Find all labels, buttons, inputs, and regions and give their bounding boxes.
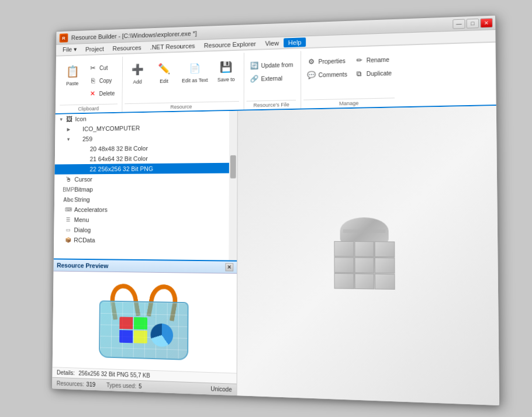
win-logo-q3: [119, 330, 133, 343]
expand-259: ▼: [65, 135, 72, 144]
main-window: R Resource Builder - [C:\Windows\explore…: [51, 15, 500, 406]
paste-button[interactable]: 📋 Paste: [60, 60, 85, 89]
expand-accelerators: ▶: [56, 206, 64, 213]
cube-cell-7: [334, 273, 354, 289]
tree-item-rcdata[interactable]: ▶ 📦 RCData: [54, 235, 237, 246]
save-to-button[interactable]: 💾 Save to: [213, 55, 239, 85]
expand-icon-root: ▼: [57, 115, 65, 123]
tree-item-22[interactable]: 22 256x256 32 Bit PNG: [55, 163, 237, 175]
tree-label-ico-mycomputer: ICO_MYCOMPUTER: [82, 124, 140, 132]
menu-net-resources[interactable]: .NET Resources: [146, 41, 199, 51]
ribbon-group-resources-file: 🔄 Update from 🔗 External Resource's File: [244, 51, 302, 109]
expand-ico-mycomputer: ▶: [65, 125, 72, 133]
scroll-thumb: [230, 155, 236, 179]
app-icon: R: [60, 33, 68, 43]
save-to-icon: 💾: [217, 58, 235, 77]
delete-button[interactable]: ✕ Delete: [85, 87, 118, 100]
edit-as-text-icon: 📄: [186, 58, 204, 77]
status-types: Types used: 5: [106, 382, 141, 390]
status-resources-label: Resources:: [57, 380, 84, 387]
rename-icon: ✏: [354, 55, 364, 65]
tree-icon-21: [80, 155, 88, 164]
properties-button[interactable]: ⚙ Properties: [303, 54, 350, 68]
win-logo-q1: [119, 317, 133, 329]
tree-label-dialog: Dialog: [74, 227, 91, 234]
external-label: External: [261, 75, 282, 82]
preview-details-label: Details:: [57, 369, 75, 376]
add-button[interactable]: ➕ Add: [125, 58, 150, 87]
duplicate-label: Duplicate: [367, 70, 392, 77]
rename-button[interactable]: ✏ Rename: [351, 53, 395, 67]
status-resources: Resources: 319: [57, 380, 96, 388]
update-from-label: Update from: [261, 61, 293, 68]
scrollbar[interactable]: [229, 111, 237, 260]
tree-item-bitmap[interactable]: ▶ BMP Bitmap: [54, 183, 237, 194]
update-from-button[interactable]: 🔄 Update from: [247, 58, 296, 72]
clipboard-buttons: 📋 Paste ✂ Cut ⎘ Copy: [60, 57, 118, 105]
add-icon: ➕: [129, 60, 146, 79]
windows-logo: [119, 317, 147, 343]
ribbon-group-manage: ⚙ Properties 💬 Comments ✏ Rename: [301, 48, 399, 109]
tree-label-cursor: Cursor: [74, 176, 92, 183]
menu-resource-explorer[interactable]: Resource Explorer: [199, 39, 260, 50]
resources-file-buttons: 🔄 Update from 🔗 External: [247, 51, 296, 101]
properties-label: Properties: [319, 57, 346, 64]
tree-icon-ico-mycomputer: [72, 124, 81, 134]
cube-grid: [334, 241, 395, 290]
edit-as-text-button[interactable]: 📄 Edit as Text: [178, 56, 212, 86]
menu-resources[interactable]: Resources: [108, 43, 146, 53]
paste-icon: 📋: [64, 62, 81, 81]
delete-icon: ✕: [88, 89, 97, 98]
tree-item-cursor[interactable]: ▶ 🖱 Cursor: [54, 173, 237, 184]
edit-button[interactable]: ✏️ Edit: [151, 57, 177, 86]
tree-item-dialog[interactable]: ▶ ▭ Dialog: [54, 225, 237, 236]
tree-item-menu[interactable]: ▶ ☰ Menu: [54, 215, 237, 225]
hat-dome: [340, 217, 389, 244]
cube-cell-6: [375, 258, 395, 273]
minimize-button[interactable]: —: [452, 19, 465, 29]
tree-item-accelerators[interactable]: ▶ ⌨ Accelerators: [54, 204, 237, 215]
tree-label-accelerators: Accelerators: [74, 206, 108, 213]
menu-help[interactable]: Help: [284, 37, 306, 47]
tree-scroll[interactable]: ▼ 🖼 Icon ▶ ICO_MYCOMPUTER ▼: [54, 111, 237, 260]
menu-project[interactable]: Project: [81, 44, 109, 54]
menu-view[interactable]: View: [261, 38, 284, 48]
properties-icon: ⚙: [306, 57, 316, 66]
main-area: ▼ 🖼 Icon ▶ ICO_MYCOMPUTER ▼: [52, 106, 499, 405]
resources-file-small-buttons: 🔄 Update from 🔗 External: [247, 54, 296, 88]
tree-label-20: 20 48x48 32 Bit Color: [90, 145, 148, 152]
cut-icon: ✂: [88, 64, 97, 73]
comments-button[interactable]: 💬 Comments: [303, 68, 350, 82]
external-icon: 🔗: [250, 74, 259, 84]
pie-chart: [150, 323, 173, 347]
cut-button[interactable]: ✂ Cut: [86, 61, 118, 75]
tree-label-icon-root: Icon: [75, 116, 86, 123]
tree-label-menu: Menu: [74, 216, 89, 223]
clipboard-small-buttons: ✂ Cut ⎘ Copy ✕ Delete: [85, 59, 118, 102]
cube-cell-5: [354, 258, 374, 273]
status-types-label: Types used:: [106, 382, 136, 390]
ribbon-group-resource: ➕ Add ✏️ Edit 📄 Edit as Text 💾: [122, 53, 244, 112]
basket-preview-icon: [93, 277, 194, 366]
preview-content: [53, 272, 237, 373]
tree-icon-menu: ☰: [64, 216, 72, 224]
cut-label: Cut: [99, 64, 108, 71]
preview-details-value: 256x256 32 Bit PNG 55,7 KB: [78, 370, 150, 379]
tree-icon-icon-root: 🖼: [65, 114, 74, 124]
duplicate-icon: ⧉: [354, 69, 364, 79]
tree-label-bitmap: Bitmap: [74, 186, 93, 193]
external-button[interactable]: 🔗 External: [247, 71, 296, 85]
tree-item-string[interactable]: ▶ Abc String: [54, 194, 237, 204]
tree-icon-cursor: 🖱: [64, 175, 73, 183]
tree-label-rcdata: RCData: [74, 237, 95, 244]
copy-icon: ⎘: [88, 77, 97, 86]
copy-button[interactable]: ⎘ Copy: [86, 74, 118, 87]
basket-body: [99, 300, 189, 360]
builder-icon: [328, 217, 401, 290]
maximize-button[interactable]: □: [467, 18, 479, 28]
menu-file[interactable]: File ▾: [58, 44, 81, 54]
preview-close-button[interactable]: ✕: [225, 263, 233, 271]
edit-as-text-label: Edit as Text: [182, 77, 208, 84]
duplicate-button[interactable]: ⧉ Duplicate: [351, 67, 395, 81]
close-button[interactable]: ✕: [480, 18, 493, 27]
